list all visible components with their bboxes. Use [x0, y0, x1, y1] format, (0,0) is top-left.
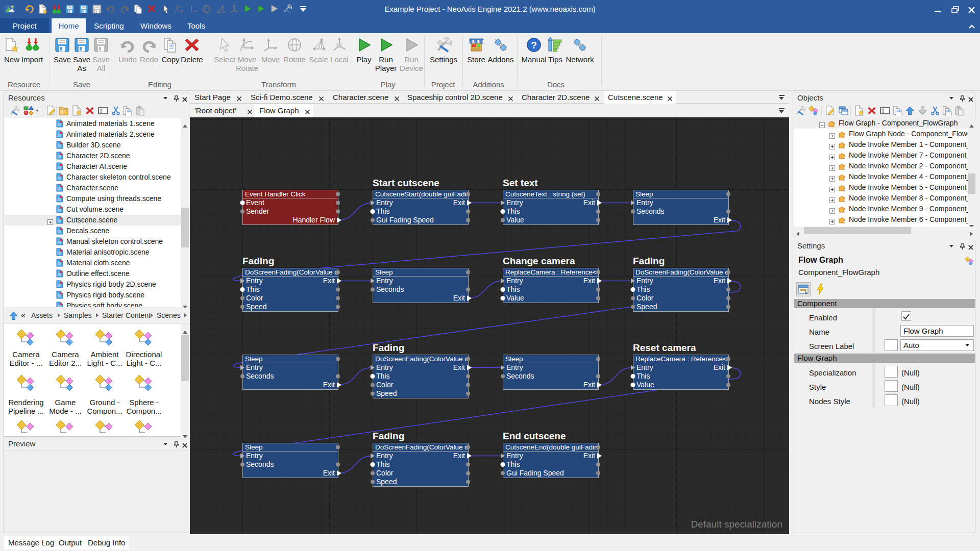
svg-text:?: ? [531, 40, 537, 51]
